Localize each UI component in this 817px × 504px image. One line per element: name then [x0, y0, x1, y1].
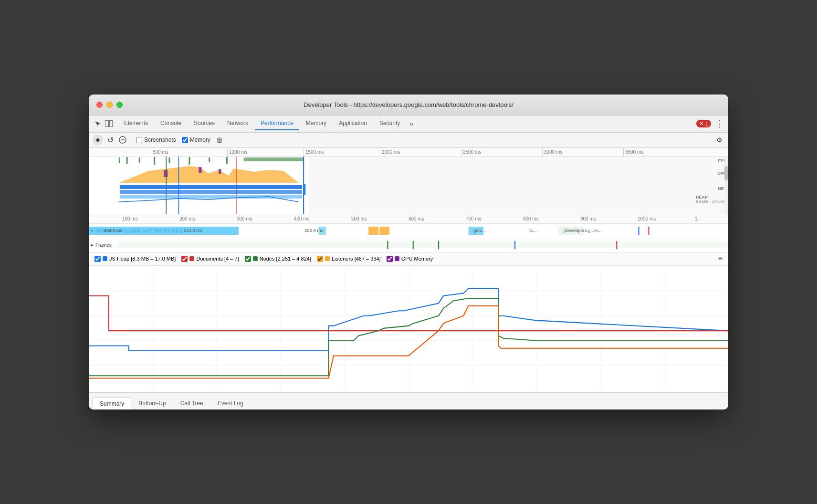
legend-gpumemory-checkbox[interactable] — [387, 256, 393, 262]
legend-listeners-label: Listeners [467 – 934] — [332, 256, 381, 262]
traffic-lights — [96, 102, 123, 108]
tab-more[interactable]: » — [407, 120, 416, 127]
separator-1 — [132, 136, 132, 144]
legend-documents-checkbox[interactable] — [181, 256, 188, 262]
tab-right: ✕ 1 ⋮ — [696, 119, 724, 128]
refresh-button[interactable]: ↺ — [105, 135, 115, 145]
legend-documents-color — [189, 256, 194, 261]
error-badge[interactable]: ✕ 1 — [696, 120, 711, 127]
tab-bottom-up[interactable]: Bottom-Up — [131, 397, 173, 410]
svg-rect-0 — [105, 120, 108, 127]
legend-nodes-label: Nodes [2 251 – 4 824] — [260, 256, 311, 262]
legend-nodes: Nodes [2 251 – 4 824] — [245, 256, 311, 262]
toolbar: ● ↺ Screenshots Memory 🗑 ⚙ — [89, 133, 728, 148]
network-timeline: 364.9 ms 214.0 ms 222.9 ms getc... tic..… — [89, 226, 728, 236]
tick-100ms: 100 ms — [122, 216, 138, 221]
svg-rect-45 — [514, 241, 515, 249]
tab-bar: Elements Console Sources Network Perform… — [89, 116, 728, 133]
devtools-body: Elements Console Sources Network Perform… — [89, 116, 728, 410]
tab-application[interactable]: Application — [333, 117, 373, 130]
svg-rect-14 — [244, 158, 304, 161]
tab-sources[interactable]: Sources — [188, 117, 220, 130]
tab-security[interactable]: Security — [374, 117, 406, 130]
screenshots-checkbox-label[interactable]: Screenshots — [136, 136, 176, 143]
minimize-button[interactable] — [106, 102, 113, 108]
scrollbar-thumb[interactable] — [724, 166, 728, 180]
svg-rect-11 — [189, 157, 190, 165]
legend-menu-button[interactable]: ≡ — [718, 254, 723, 263]
dock-icon[interactable] — [104, 119, 114, 128]
frames-triangle[interactable]: ▶ — [91, 243, 94, 247]
ruler-tick-1000: 1000 ms — [227, 148, 247, 156]
tick-800ms: 800 ms — [523, 216, 539, 221]
legend-jsheap: JS Heap [8.3 MB – 17.0 MB] — [94, 256, 176, 262]
tab-memory[interactable]: Memory — [300, 117, 332, 130]
error-count: 1 — [705, 121, 708, 126]
tick-1000ms: 1000 ms — [638, 216, 656, 221]
tab-console[interactable]: Console — [155, 117, 187, 130]
tab-performance[interactable]: Performance — [255, 117, 299, 130]
svg-rect-42 — [387, 241, 388, 249]
legend-listeners-checkbox[interactable] — [317, 256, 323, 262]
svg-rect-13 — [226, 157, 228, 164]
frames-row: ▶ Frames — [89, 238, 728, 252]
screenshots-checkbox[interactable] — [136, 137, 142, 143]
record-button[interactable]: ● — [93, 135, 103, 145]
tick-1100ms: 1. — [695, 216, 699, 221]
svg-rect-43 — [413, 241, 414, 249]
svg-text:364.9 ms: 364.9 ms — [104, 228, 122, 233]
timeline-svg — [89, 157, 728, 214]
tick-200ms: 200 ms — [179, 216, 195, 221]
svg-rect-5 — [309, 157, 728, 214]
svg-rect-44 — [438, 241, 439, 249]
memory-checkbox-label[interactable]: Memory — [182, 136, 210, 143]
svg-text:(developers.g...le...: (developers.g...le... — [564, 228, 602, 233]
legend-nodes-checkbox[interactable] — [245, 256, 251, 262]
legend-nodes-color — [253, 256, 258, 261]
legend-documents-label: Documents [4 – 7] — [196, 256, 239, 262]
bottom-tabs: Summary Bottom-Up Call Tree Event Log — [89, 392, 728, 410]
svg-rect-7 — [126, 157, 128, 164]
tick-300ms: 300 ms — [237, 216, 252, 221]
svg-rect-16 — [164, 170, 168, 177]
memory-legend: JS Heap [8.3 MB – 17.0 MB] Documents [4 … — [89, 252, 728, 266]
tab-bar-icons — [93, 119, 114, 128]
tab-elements[interactable]: Elements — [118, 117, 154, 130]
svg-text:222.9 ms: 222.9 ms — [304, 228, 323, 233]
legend-documents: Documents [4 – 7] — [181, 256, 239, 262]
memory-checkbox[interactable] — [182, 137, 188, 143]
svg-rect-10 — [169, 158, 170, 163]
frames-label-text: Frames — [95, 242, 112, 248]
svg-rect-31 — [379, 227, 389, 235]
ruler-tick-2500: 2500 ms — [461, 148, 481, 156]
ruler-tick-1500: 1500 ms — [304, 148, 324, 156]
tab-call-tree[interactable]: Call Tree — [173, 397, 210, 410]
delete-button[interactable]: 🗑 — [214, 135, 225, 145]
legend-jsheap-color — [103, 256, 107, 261]
frames-timeline — [117, 240, 728, 250]
tab-summary[interactable]: Summary — [93, 397, 131, 410]
cursor-icon[interactable] — [93, 119, 102, 128]
tick-500ms: 500 ms — [351, 216, 367, 221]
tick-700ms: 700 ms — [466, 216, 482, 221]
title-bar: Developer Tools - https://developers.goo… — [89, 94, 728, 116]
close-button[interactable] — [96, 102, 103, 108]
tab-event-log[interactable]: Event Log — [210, 397, 251, 410]
svg-rect-23 — [120, 190, 302, 194]
scrollbar[interactable] — [724, 157, 728, 214]
more-options-icon[interactable]: ⋮ — [715, 119, 724, 128]
tab-network[interactable]: Network — [221, 117, 254, 130]
svg-rect-18 — [219, 169, 221, 174]
clear-button[interactable] — [117, 135, 128, 145]
maximize-button[interactable] — [116, 102, 123, 108]
network-frames: ▶ Network lners.google.com/ (developers.… — [89, 224, 728, 252]
settings-button[interactable]: ⚙ — [714, 135, 724, 145]
timeline-main[interactable]: FPS CPU NET HEAP 8.3 MB – 17.0 MB — [89, 157, 728, 214]
toolbar-right: ⚙ — [714, 135, 724, 145]
svg-rect-1 — [109, 120, 113, 127]
legend-jsheap-checkbox[interactable] — [94, 256, 101, 262]
svg-rect-17 — [199, 167, 201, 173]
memory-label: Memory — [190, 136, 210, 143]
svg-rect-8 — [139, 158, 140, 163]
svg-text:getc...: getc... — [473, 228, 486, 233]
